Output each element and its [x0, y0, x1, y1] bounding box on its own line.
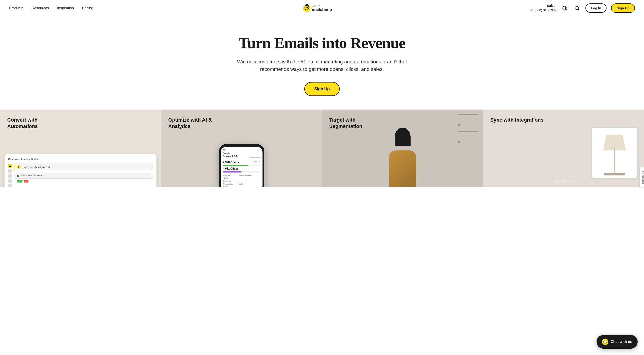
svg-rect-16 — [9, 166, 11, 167]
hero-section: Turn Emails into Revenue Win new custome… — [0, 16, 644, 110]
integrations-card — [592, 128, 637, 178]
shelf-line-1 — [458, 114, 478, 115]
lamp-container — [592, 128, 637, 178]
clicks-bar-bg — [223, 171, 260, 173]
logo[interactable]: INTUIT mailchimp — [302, 3, 342, 14]
feature-ai-title: Optimize with AI &Analytics — [168, 117, 212, 130]
sales-phone: +1 (800) 315-5939 — [530, 8, 556, 13]
phone-stats-table: Audience Existing Customers 42.1% Recipi… — [223, 173, 260, 187]
phone-mockup: 7:14 ●●● Reports Seasonal Sale View camp… — [219, 144, 264, 187]
hero-signup-button[interactable]: Sign Up — [304, 82, 340, 96]
hero-heading: Turn Emails into Revenue — [4, 35, 640, 52]
svg-point-17 — [17, 175, 18, 176]
carousel-dot-5[interactable] — [568, 180, 569, 182]
search-icon-button[interactable] — [573, 4, 581, 12]
person-body — [389, 150, 416, 187]
svg-line-13 — [578, 9, 579, 10]
campaign-title: Seasonal Sale — [223, 155, 238, 158]
svg-rect-15 — [9, 166, 11, 166]
feedback-tab[interactable]: Feedback — [640, 167, 644, 187]
carousel-dot-3[interactable] — [561, 180, 563, 182]
svg-text:mailchimp: mailchimp — [312, 7, 332, 12]
person-visual — [382, 125, 423, 187]
feature-segmentation-title: Target withSegmentation — [329, 117, 362, 130]
svg-text:INTUIT: INTUIT — [312, 5, 320, 7]
navbar: Products Resources Inspiration Pricing I… — [0, 0, 644, 16]
lamp-base — [604, 173, 625, 175]
opens-number: 7,326 Opens — [223, 161, 239, 164]
nav-left: Products Resources Inspiration Pricing — [9, 6, 93, 10]
node-customer-label: If/Else New Customer — [21, 174, 43, 177]
svg-point-12 — [575, 6, 578, 10]
nav-right: Sales: +1 (800) 315-5939 Log In Sign Up — [530, 4, 635, 13]
reports-tab: Reports — [223, 152, 260, 154]
hero-subheading: Win new customers with the #1 email mark… — [236, 58, 408, 73]
automation-node-cart: ▶ Customer abandons cart — [14, 163, 153, 171]
nav-item-inspiration[interactable]: Inspiration — [57, 6, 74, 10]
feature-integrations-title: Sync with Integrations — [490, 117, 544, 123]
svg-rect-6 — [306, 4, 308, 6]
phone-top-bar: 7:14 ●●● — [223, 149, 260, 151]
shelf-decoration — [458, 114, 478, 160]
carousel-dot-1[interactable] — [555, 180, 556, 182]
opens-bar-bg — [223, 165, 260, 166]
phone-screen: 7:14 ●●● Reports Seasonal Sale View camp… — [221, 147, 262, 187]
svg-point-4 — [307, 7, 308, 8]
globe-icon — [562, 6, 567, 11]
nav-item-pricing[interactable]: Pricing — [82, 6, 93, 10]
carousel-dot-6[interactable] — [571, 180, 572, 182]
clicks-stat-row: 4,631 Clicks — [223, 167, 260, 170]
yes-badge: Yes — [17, 180, 22, 182]
clicks-number: 4,631 Clicks — [223, 167, 239, 170]
carousel-dot-4[interactable] — [564, 180, 566, 182]
mailchimp-logo-svg: INTUIT mailchimp — [302, 3, 342, 14]
lamp-pole — [614, 148, 615, 175]
table-existing-label: Existing Customers — [239, 174, 260, 176]
sidebar-icon-4 — [8, 179, 12, 183]
phone-status: ●●● — [257, 149, 260, 151]
login-button[interactable]: Log In — [586, 4, 606, 13]
table-audience-pct: 42.1% — [224, 177, 238, 179]
opens-pct: +66.7% — [254, 161, 260, 164]
table-hours-label: 24 Hrs — [224, 186, 238, 187]
shelf-dot-2 — [458, 141, 460, 143]
feature-segmentation[interactable]: Target withSegmentation — [322, 110, 483, 187]
carousel-dot-2[interactable] — [558, 180, 560, 182]
sidebar-icon-2 — [8, 169, 12, 173]
sidebar-icon-3 — [8, 174, 12, 178]
table-unsubscribes-label: Unsubscribes — [224, 183, 238, 185]
opens-bar — [223, 165, 248, 166]
sales-label: Sales: — [530, 4, 556, 8]
opens-stat-row: 7,326 Opens +66.7% — [223, 161, 260, 164]
sidebar-icon-5 — [8, 184, 12, 187]
feature-integrations[interactable]: Sync with Integrations — [483, 110, 644, 187]
table-audience-label: Audience — [224, 174, 238, 176]
sales-info: Sales: +1 (800) 315-5939 — [530, 4, 556, 13]
no-badge: No — [24, 180, 28, 182]
shelf-line-2 — [458, 131, 478, 132]
table-unsubscribes-val: 11,021 — [239, 183, 260, 185]
sidebar-icon-1 — [9, 165, 11, 167]
search-icon — [574, 6, 580, 11]
feature-ai-analytics[interactable]: Optimize with AI &Analytics 7:14 ●●● Rep… — [161, 110, 322, 187]
feature-automations[interactable]: Convert withAutomations Customer Journey… — [0, 110, 161, 187]
node-cart-label: Customer abandons cart — [22, 166, 50, 168]
person-hair — [395, 128, 410, 146]
table-recipients-label: Recipients — [224, 180, 238, 182]
journey-builder-header: Customer Journey Builder — [8, 158, 153, 160]
phone-time: 7:14 — [223, 149, 226, 151]
branch-icon — [16, 174, 19, 177]
carousel-dots — [555, 180, 572, 182]
shelf-dot-1 — [458, 124, 460, 126]
svg-rect-14 — [9, 165, 11, 165]
node-icon-play: ▶ — [17, 165, 21, 169]
nav-item-products[interactable]: Products — [9, 6, 24, 10]
automation-node-customer: If/Else New Customer — [14, 173, 153, 179]
automation-ui: Customer Journey Builder ▶ Customer aban… — [4, 154, 156, 187]
features-grid: Convert withAutomations Customer Journey… — [0, 110, 644, 187]
feature-automations-title: Convert withAutomations — [7, 117, 38, 130]
signup-nav-button[interactable]: Sign Up — [611, 4, 635, 13]
view-campaign-link[interactable]: View campaign — [249, 156, 260, 158]
nav-item-resources[interactable]: Resources — [32, 6, 49, 10]
globe-icon-button[interactable] — [561, 4, 568, 12]
